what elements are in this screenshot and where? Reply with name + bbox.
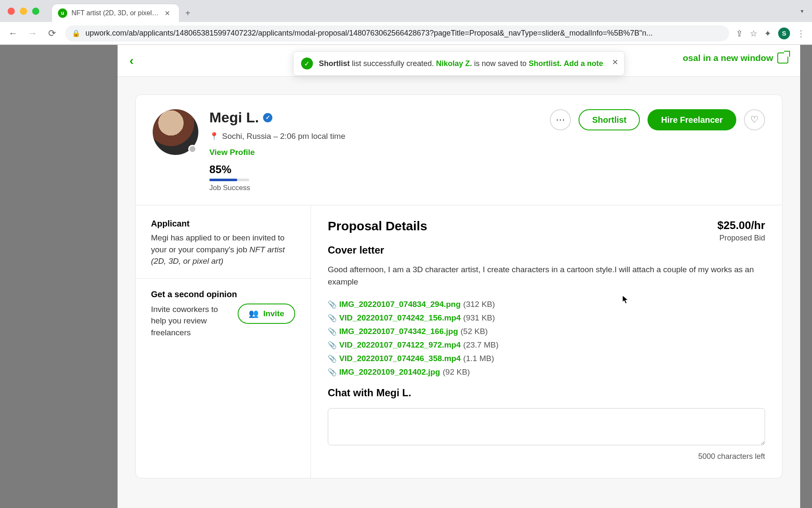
attachment-link[interactable]: IMG_20220107_074834_294.png — [339, 300, 461, 309]
job-success-label: Job Success — [209, 184, 345, 192]
favorite-button[interactable]: ♡ — [744, 109, 765, 130]
open-new-window-link[interactable]: osal in a new window — [683, 52, 788, 64]
lock-icon: 🔒 — [72, 29, 80, 37]
extensions-icon[interactable]: ✦ — [764, 28, 771, 39]
browser-toolbar: ← → ⟳ 🔒 upwork.com/ab/applicants/1480653… — [0, 22, 812, 44]
window-minimize-icon[interactable] — [20, 8, 27, 15]
more-actions-button[interactable]: ⋯ — [550, 109, 571, 130]
attachment-link[interactable]: IMG_20220109_201402.jpg — [339, 367, 440, 377]
proposal-details-panel: $25.00/hr Proposed Bid Proposal Details … — [311, 205, 782, 478]
url-text: upwork.com/ab/applicants/148065381599740… — [85, 29, 653, 38]
nav-forward-icon[interactable]: → — [26, 28, 39, 39]
chat-message-input[interactable] — [328, 408, 765, 445]
attachment-link[interactable]: IMG_20220107_074342_166.jpg — [339, 327, 458, 336]
toast-close-icon[interactable]: ✕ — [612, 58, 618, 67]
proposed-bid-block: $25.00/hr Proposed Bid — [717, 219, 765, 243]
invite-coworkers-button[interactable]: 👥 Invite — [238, 304, 295, 324]
attachment-link[interactable]: VID_20220107_074246_358.mp4 — [339, 354, 461, 363]
share-icon[interactable]: ⇪ — [736, 28, 743, 39]
proposal-modal: ‹ osal in a new window ✓ Shortlist list … — [118, 45, 800, 508]
shortlist-toast: ✓ Shortlist list successfully created. N… — [293, 51, 625, 76]
presence-indicator-icon — [188, 145, 197, 153]
proposal-card: Megi L. ✓ 📍 Sochi, Russia – 2:06 pm loca… — [135, 94, 782, 478]
tab-strip: u NFT artist (2D, 3D, or pixel art) ✕ + … — [0, 0, 812, 22]
toast-name-link[interactable]: Nikolay Z. — [436, 59, 472, 68]
address-bar[interactable]: 🔒 upwork.com/ab/applicants/1480653815997… — [65, 25, 729, 41]
modal-header: ‹ osal in a new window ✓ Shortlist list … — [118, 45, 800, 77]
profile-actions: ⋯ Shortlist Hire Freelancer ♡ — [550, 109, 765, 130]
open-new-window-label: osal in a new window — [683, 53, 773, 63]
chat-heading: Chat with Megi L. — [328, 387, 765, 399]
profile-header: Megi L. ✓ 📍 Sochi, Russia – 2:06 pm loca… — [136, 95, 782, 205]
job-success-percent: 85% — [209, 163, 345, 176]
freelancer-avatar[interactable] — [153, 109, 198, 155]
browser-menu-icon[interactable]: ⋮ — [797, 28, 805, 39]
modal-back-icon[interactable]: ‹ — [129, 53, 134, 68]
nav-reload-icon[interactable]: ⟳ — [46, 28, 58, 39]
second-opinion-title: Get a second opinion — [151, 290, 295, 299]
chars-remaining: 5000 characters left — [328, 452, 765, 461]
job-success-bar — [209, 179, 249, 181]
paperclip-icon: 📎 — [328, 300, 337, 309]
paperclip-icon: 📎 — [328, 368, 337, 377]
attachment-size: (23.7 MB) — [463, 340, 498, 350]
proposal-details-heading: Proposal Details — [328, 219, 765, 233]
second-opinion-text: Invite coworkers to help you review free… — [151, 304, 230, 339]
attachment-size: (312 KB) — [463, 300, 495, 309]
attachment-row: 📎IMG_20220107_074834_294.png (312 KB) — [328, 300, 765, 309]
hire-freelancer-button[interactable]: Hire Freelancer — [647, 109, 736, 130]
toast-add-note-link[interactable]: Add a note — [564, 59, 603, 68]
attachment-row: 📎VID_20220107_074242_156.mp4 (931 KB) — [328, 313, 765, 323]
shortlist-button[interactable]: Shortlist — [579, 109, 640, 130]
attachment-row: 📎IMG_20220109_201402.jpg (92 KB) — [328, 367, 765, 377]
attachments-list: 📎IMG_20220107_074834_294.png (312 KB)📎VI… — [328, 300, 765, 377]
job-success-block: 85% Job Success — [209, 163, 345, 192]
bookmark-star-icon[interactable]: ☆ — [750, 28, 757, 39]
nav-back-icon[interactable]: ← — [7, 28, 19, 39]
attachment-size: (92 KB) — [443, 367, 470, 377]
view-profile-link[interactable]: View Profile — [209, 148, 255, 157]
attachment-row: 📎IMG_20220107_074342_166.jpg (52 KB) — [328, 327, 765, 336]
tab-close-icon[interactable]: ✕ — [165, 9, 170, 17]
toast-shortlist-link[interactable]: Shortlist. — [529, 59, 562, 68]
window-maximize-icon[interactable] — [32, 8, 39, 15]
verified-badge-icon: ✓ — [263, 113, 272, 122]
paperclip-icon: 📎 — [328, 341, 337, 350]
modal-backdrop-right[interactable] — [800, 45, 812, 508]
attachment-row: 📎VID_20220107_074246_358.mp4 (1.1 MB) — [328, 354, 765, 363]
browser-tab[interactable]: u NFT artist (2D, 3D, or pixel art) ✕ — [52, 4, 179, 22]
modal-backdrop-left[interactable] — [0, 45, 118, 508]
paperclip-icon: 📎 — [328, 327, 337, 336]
location-pin-icon: 📍 — [209, 132, 219, 141]
attachment-row: 📎VID_20220107_074122_972.mp4 (23.7 MB) — [328, 340, 765, 350]
attachment-link[interactable]: VID_20220107_074122_972.mp4 — [339, 340, 461, 350]
cover-letter-heading: Cover letter — [328, 244, 765, 256]
invite-icon: 👥 — [249, 309, 259, 318]
window-close-icon[interactable] — [8, 8, 15, 15]
attachment-size: (1.1 MB) — [463, 354, 494, 363]
tab-title: NFT artist (2D, 3D, or pixel art) — [71, 9, 160, 17]
divider — [136, 278, 310, 279]
page-backdrop: ‹ osal in a new window ✓ Shortlist list … — [0, 45, 812, 508]
window-controls — [8, 0, 39, 22]
left-sidebar: Applicant Megi has applied to or been in… — [136, 205, 311, 478]
new-tab-button[interactable]: + — [179, 4, 197, 22]
toast-text: Shortlist list successfully created. Nik… — [319, 59, 603, 68]
attachment-size: (931 KB) — [463, 313, 495, 323]
tabstrip-dropdown-icon[interactable]: ▾ — [801, 8, 804, 14]
freelancer-location: 📍 Sochi, Russia – 2:06 pm local time — [209, 132, 345, 141]
cover-letter-text: Good afternoon, I am a 3D character arti… — [328, 264, 765, 288]
applicant-description: Megi has applied to or been invited to y… — [151, 232, 295, 267]
paperclip-icon: 📎 — [328, 314, 337, 323]
bid-label: Proposed Bid — [717, 234, 765, 243]
check-circle-icon: ✓ — [301, 58, 313, 69]
browser-profile-avatar[interactable]: S — [778, 28, 790, 39]
tab-favicon-icon: u — [58, 8, 67, 18]
freelancer-name: Megi L. ✓ — [209, 109, 345, 126]
browser-chrome: u NFT artist (2D, 3D, or pixel art) ✕ + … — [0, 0, 812, 45]
attachment-link[interactable]: VID_20220107_074242_156.mp4 — [339, 313, 461, 323]
external-link-icon — [777, 52, 788, 64]
applicant-section-title: Applicant — [151, 219, 295, 229]
paperclip-icon: 📎 — [328, 354, 337, 363]
bid-amount: $25.00/hr — [717, 219, 765, 232]
